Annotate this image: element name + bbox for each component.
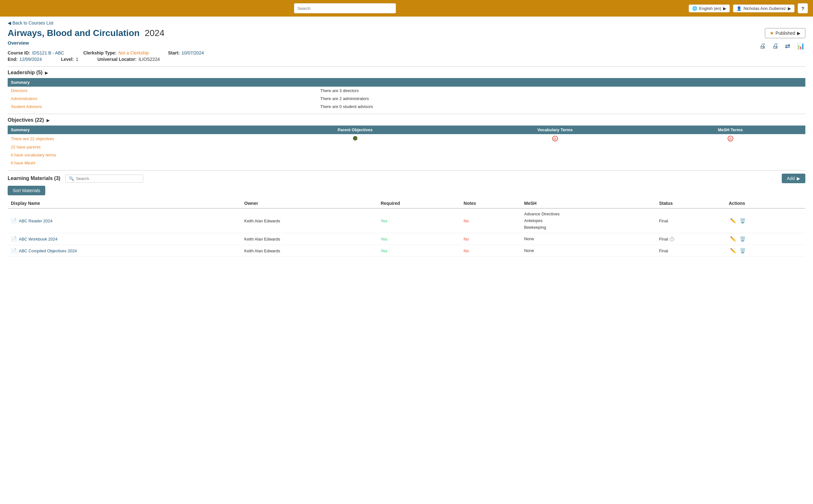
mat-name-cell: 📄 ABC Compiled Objectives 2024 [8, 245, 241, 257]
course-id-item: Course ID: IDS121 B - ABC [8, 50, 64, 55]
lm-title: Learning Materials (3) [8, 176, 60, 181]
star-icon: ★ [770, 30, 774, 36]
level-label: Level: [61, 57, 74, 62]
shuffle-icon: ⇄ [785, 42, 790, 49]
leadership-expand-arrow[interactable]: ▶ [45, 70, 48, 75]
mat-actions-cell: ✏️ 🗑️ [726, 233, 805, 245]
delete-button[interactable]: 🗑️ [738, 247, 747, 254]
no-circle-icon: ⊘ [728, 136, 733, 141]
print-icon-button[interactable]: 🖨 [759, 42, 766, 50]
mat-owner-cell: Keith Alan Edwards [241, 233, 378, 245]
search-input[interactable] [294, 3, 396, 13]
pdf-icon: 📄 [11, 236, 17, 242]
course-title-year: 2024 [145, 28, 164, 38]
objectives-title-text: Objectives [8, 117, 33, 123]
leadership-header: Leadership (5) ▶ [8, 70, 805, 76]
chart-icon: 📊 [797, 42, 805, 49]
leadership-row-label[interactable]: Directors [8, 87, 317, 95]
level-item: Level: 1 [61, 57, 78, 62]
col-notes: Notes [460, 198, 521, 208]
material-name: ABC Workbook 2024 [19, 237, 57, 241]
material-link[interactable]: 📄 ABC Workbook 2024 [11, 236, 238, 242]
clerkship-item: Clerkship Type: Not a Clerkship [83, 50, 149, 55]
chart-icon-button[interactable]: 📊 [796, 41, 805, 50]
obj-parent-1 [256, 134, 455, 143]
col-status: Status [656, 198, 726, 208]
language-selector[interactable]: 🌐 English (en) ▶ [689, 4, 730, 12]
obj-summary-2[interactable]: 22 have parents [8, 143, 256, 151]
published-button-area: ★ Published ▶ [765, 28, 806, 38]
mat-notes-cell: No [460, 233, 521, 245]
start-value: 10/07/2024 [181, 50, 204, 55]
obj-summary-4[interactable]: 0 have MesH [8, 159, 256, 167]
obj-parent-3 [256, 151, 455, 159]
obj-row-2: 22 have parents [8, 143, 805, 151]
sort-materials-button[interactable]: Sort Materials [8, 186, 45, 195]
obj-summary-3[interactable]: 0 have vocabulary terms [8, 151, 256, 159]
help-label: ? [801, 6, 804, 11]
print2-icon-button[interactable]: 🖨 [772, 42, 779, 50]
materials-table-header-row: Display Name Owner Required Notes MeSH S… [8, 198, 805, 208]
obj-mesh-3 [655, 151, 805, 159]
mat-notes-cell: No [460, 245, 521, 257]
lm-search-input[interactable] [76, 176, 140, 181]
obj-header-parent: Parent Objectives [256, 126, 455, 134]
leadership-title-text: Leadership [8, 70, 35, 75]
print2-icon: 🖨 [772, 42, 779, 49]
leadership-summary-table: Summary Directors There are 3 directors … [8, 78, 805, 111]
overview-link[interactable]: Overview [8, 40, 29, 46]
back-to-courses-link[interactable]: ◀ Back to Courses List [8, 20, 53, 25]
header-search-area [5, 3, 685, 13]
objectives-section: Objectives (22) ▶ Summary Parent Objecti… [8, 117, 805, 167]
leadership-row-label[interactable]: Student Advisors [8, 103, 317, 111]
mat-status-cell: Final 🕐 [656, 233, 726, 245]
published-label: Published [776, 31, 795, 36]
leadership-row-value: There are 0 student advisors [317, 103, 805, 111]
published-button[interactable]: ★ Published ▶ [765, 28, 806, 38]
material-link[interactable]: 📄 ABC Compiled Objectives 2024 [11, 248, 238, 254]
obj-mesh-4 [655, 159, 805, 167]
delete-button[interactable]: 🗑️ [738, 235, 747, 242]
overview-label: Overview [8, 40, 29, 46]
arrow-left-icon: ◀ [8, 20, 11, 25]
leadership-right-header [317, 78, 805, 87]
mat-name-cell: 📄 ABC Workbook 2024 [8, 233, 241, 245]
user-menu[interactable]: 👤 Nicholas Ann Gutierrez ▶ [733, 4, 795, 12]
objectives-summary-table: Summary Parent Objectives Vocabulary Ter… [8, 126, 805, 167]
leadership-row-label[interactable]: Administrators [8, 95, 317, 103]
leadership-row-value: There are 2 administrators [317, 95, 805, 103]
edit-button[interactable]: ✏️ [729, 247, 738, 254]
obj-summary-1[interactable]: There are 22 objectives [8, 134, 256, 143]
mat-status-cell: Final [656, 208, 726, 233]
mat-required-cell: Yes [378, 233, 460, 245]
mat-actions-cell: ✏️ 🗑️ [726, 208, 805, 233]
obj-vocab-3 [455, 151, 655, 159]
edit-button[interactable]: ✏️ [729, 235, 738, 242]
delete-button[interactable]: 🗑️ [738, 217, 747, 224]
divider-3 [8, 170, 805, 170]
col-mesh: MeSH [521, 198, 656, 208]
col-actions: Actions [726, 198, 805, 208]
level-value: 1 [76, 57, 78, 62]
table-row: 📄 ABC Workbook 2024 Keith Alan Edwards Y… [8, 233, 805, 245]
add-button[interactable]: Add ▶ [782, 174, 805, 183]
materials-table: Display Name Owner Required Notes MeSH S… [8, 198, 805, 257]
lm-search-box: 🔍 [65, 175, 143, 183]
shuffle-icon-button[interactable]: ⇄ [784, 41, 791, 50]
course-title: Airways, Blood and Circulation 2024 [8, 28, 164, 38]
end-value: 12/09/2024 [19, 57, 42, 62]
globe-icon: 🌐 [692, 6, 697, 11]
material-link[interactable]: 📄 ABC Reader 2024 [11, 218, 238, 224]
table-row: 📄 ABC Reader 2024 Keith Alan Edwards Yes… [8, 208, 805, 233]
help-button[interactable]: ? [798, 3, 808, 13]
objectives-expand-arrow[interactable]: ▶ [47, 118, 50, 123]
chevron-right-icon: ▶ [797, 31, 801, 36]
leadership-row: Administrators There are 2 administrator… [8, 95, 805, 103]
search-icon: 🔍 [69, 176, 74, 181]
chevron-right-icon: ▶ [788, 6, 791, 11]
leadership-summary-header: Summary [8, 78, 317, 87]
course-id-value: IDS121 B - ABC [32, 50, 64, 55]
end-label: End: [8, 57, 18, 62]
mat-mesh-cell: Advance DirectivesAntelopesBeekeeping [521, 208, 656, 233]
edit-button[interactable]: ✏️ [729, 217, 738, 224]
